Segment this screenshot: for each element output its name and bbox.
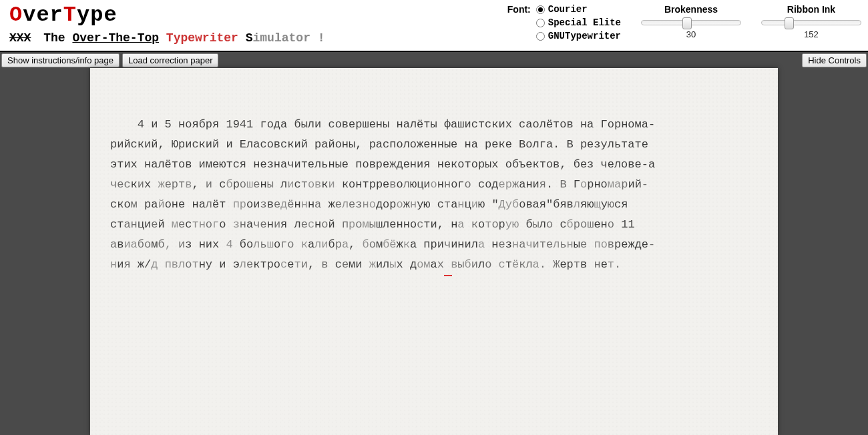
typed-line: этих налётов имеются незначительные повр…	[110, 155, 758, 175]
font-control: Font: Courier Special Elite GNUTypewrite…	[507, 4, 621, 41]
font-option-label: GNUTypewriter	[548, 31, 621, 41]
slider-thumb[interactable]	[682, 17, 692, 29]
font-label: Font:	[507, 4, 531, 15]
show-instructions-button[interactable]: Show instructions/info page	[1, 53, 120, 67]
brokenness-control: Brokenness 30	[641, 4, 741, 39]
ribbon-label: Ribbon Ink	[787, 4, 835, 15]
sub-sp1	[159, 31, 166, 45]
sub-ott: Over-The-Top	[72, 31, 159, 45]
radio-dot-icon	[536, 19, 545, 27]
text-cursor	[444, 275, 452, 276]
typed-line: ния ж/д пвлотну и электросети, в семи жи…	[110, 255, 758, 275]
ribbon-control: Ribbon Ink 152	[761, 4, 861, 39]
header: OverType XXX The Over-The-Top Typewriter…	[0, 0, 868, 52]
font-option-label: Courier	[548, 4, 588, 15]
typed-line: рийский, Юриский и Еласовский районы, ра…	[110, 135, 758, 155]
sub-sp2	[238, 31, 246, 45]
typed-line: 4 и 5 ноября 1941 года были совершены на…	[110, 115, 758, 135]
sub-xxx: XXX	[9, 31, 31, 45]
sub-sim: Simulator !	[246, 31, 325, 45]
radio-dot-icon	[536, 5, 545, 14]
hide-controls-button[interactable]: Hide Controls	[802, 53, 867, 67]
typed-line: ском районе налёт произведённна железнод…	[110, 195, 758, 215]
logo-subtitle: XXX The Over-The-Top Typewriter Simulato…	[9, 31, 325, 45]
font-option-gnutypewriter[interactable]: GNUTypewriter	[536, 31, 621, 41]
typed-line: авиабомб, из них 4 большого калибра, бом…	[110, 235, 758, 255]
font-option-special-elite[interactable]: Special Elite	[536, 17, 621, 28]
workspace: 4 и 5 ноября 1941 года были совершены на…	[0, 68, 868, 435]
font-options: Courier Special Elite GNUTypewriter	[536, 4, 621, 41]
ribbon-slider[interactable]	[761, 17, 861, 29]
paper-sheet[interactable]: 4 и 5 ноября 1941 года были совершены на…	[90, 68, 778, 435]
logo-ype: ype	[77, 3, 118, 27]
logo-ver: ver	[23, 3, 63, 27]
logo-t: T	[63, 3, 77, 27]
toolbar-left: Show instructions/info page Load correct…	[1, 52, 218, 68]
sub-typewriter: Typewriter	[166, 31, 238, 45]
load-correction-button[interactable]: Load correction paper	[122, 53, 218, 67]
logo-title: OverType	[9, 3, 325, 27]
font-option-label: Special Elite	[548, 17, 621, 28]
logo-o: O	[9, 3, 23, 27]
controls-panel: Font: Courier Special Elite GNUTypewrite…	[507, 3, 861, 41]
radio-dot-icon	[536, 32, 545, 41]
sub-the: The	[36, 31, 72, 45]
logo-block: OverType XXX The Over-The-Top Typewriter…	[9, 3, 325, 45]
ribbon-value: 152	[804, 29, 819, 39]
brokenness-label: Brokenness	[664, 4, 718, 15]
slider-thumb[interactable]	[785, 17, 794, 29]
slider-track[interactable]	[641, 20, 741, 25]
font-option-courier[interactable]: Courier	[536, 4, 621, 15]
slider-track[interactable]	[761, 20, 861, 25]
brokenness-value: 30	[686, 29, 696, 39]
toolbar: Show instructions/info page Load correct…	[0, 52, 868, 68]
typed-line: ческих жертв, и сброшены листовки контрр…	[110, 175, 758, 195]
brokenness-slider[interactable]	[641, 17, 741, 29]
typed-line: станцией местного значения лесной промыш…	[110, 215, 758, 235]
typed-text[interactable]: 4 и 5 ноября 1941 года были совершены на…	[110, 115, 758, 275]
